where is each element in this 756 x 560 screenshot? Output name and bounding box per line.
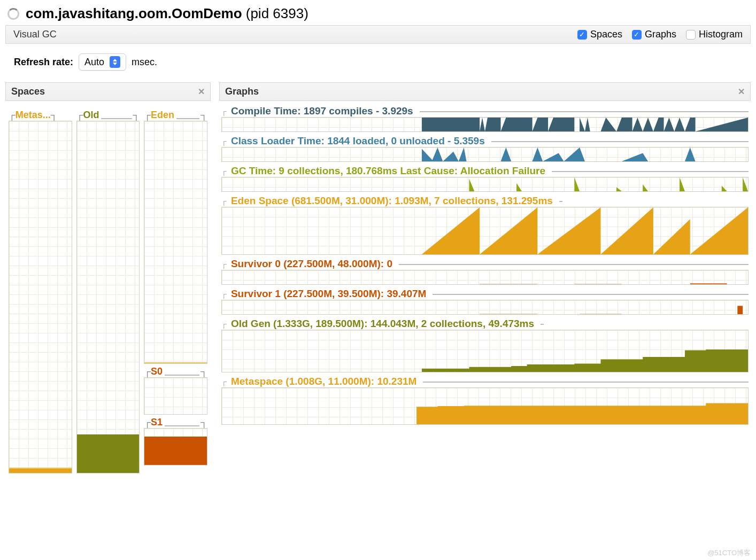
app-title-class: com.javashitang.oom.OomDemo: [26, 5, 242, 21]
refresh-rate-value: Auto: [84, 57, 104, 68]
stepper-icon[interactable]: [110, 56, 120, 68]
refresh-rate-row: Refresh rate: Auto msec.: [0, 44, 756, 77]
graph-survivor-0: ┌Survivor 0 (227.500M, 48.000M): 0: [221, 258, 749, 285]
survivor1-title: Survivor 1 (227.500M, 39.500M): 39.407M: [231, 288, 426, 300]
close-icon[interactable]: ✕: [738, 87, 745, 97]
s0-label: S0: [151, 366, 163, 377]
class-loader-chart: [221, 147, 749, 162]
graph-eden-space: ┌Eden Space (681.500M, 31.000M): 1.093M,…: [221, 195, 749, 255]
graphs-panel-header: Graphs ✕: [219, 82, 751, 101]
eden-space-chart: [144, 121, 207, 364]
toolbar: Visual GC ✓ Spaces ✓ Graphs Histogram: [5, 25, 751, 44]
graphs-panel-title: Graphs: [225, 86, 738, 97]
app-title-pid: (pid 6393): [242, 5, 308, 21]
metaspace-label: Metas...: [16, 110, 51, 121]
eden-space-chart: [221, 207, 749, 255]
checkbox-label: Spaces: [590, 29, 622, 40]
metaspace-chart: [221, 387, 749, 425]
check-icon: ✓: [577, 30, 587, 40]
s1-label: S1: [151, 417, 163, 428]
checkbox-spaces[interactable]: ✓ Spaces: [577, 29, 622, 40]
check-icon: ✓: [632, 30, 642, 40]
chevron-down-icon: [113, 63, 117, 65]
graph-old-gen: ┌Old Gen (1.333G, 189.500M): 144.043M, 2…: [221, 318, 749, 372]
checkbox-histogram[interactable]: Histogram: [686, 29, 743, 40]
checkbox-label: Histogram: [699, 29, 743, 40]
compile-time-title: Compile Time: 1897 compiles - 3.929s: [231, 105, 413, 117]
eden-label: Eden: [151, 110, 174, 121]
class-loader-title: Class Loader Time: 1844 loaded, 0 unload…: [231, 135, 485, 147]
app-title: com.javashitang.oom.OomDemo (pid 6393): [26, 5, 308, 22]
spaces-panel-header: Spaces ✕: [5, 82, 211, 101]
graph-gc-time: ┌GC Time: 9 collections, 180.768ms Last …: [221, 165, 749, 192]
old-gen-title: Old Gen (1.333G, 189.500M): 144.043M, 2 …: [231, 318, 534, 330]
panels-container: Spaces ✕ ┌Metas...┐ ┌Old┐ ┌Eden┐: [0, 77, 756, 479]
spaces-panel: Spaces ✕ ┌Metas...┐ ┌Old┐ ┌Eden┐: [5, 82, 211, 473]
graph-compile-time: ┌Compile Time: 1897 compiles - 3.929s: [221, 105, 749, 132]
checkbox-graphs[interactable]: ✓ Graphs: [632, 29, 676, 40]
svg-rect-5: [737, 306, 743, 314]
checkbox-label: Graphs: [645, 29, 676, 40]
metaspace-title: Metaspace (1.008G, 11.000M): 10.231M: [231, 376, 416, 387]
metaspace-column: ┌Metas...┐: [9, 110, 72, 473]
refresh-rate-unit: msec.: [132, 57, 157, 68]
loading-spinner-icon: [7, 8, 19, 20]
survivor1-chart: [221, 300, 749, 315]
old-label: Old: [83, 110, 99, 121]
metaspace-space-chart: [9, 121, 72, 473]
eden-space-title: Eden Space (681.500M, 31.000M): 1.093M, …: [231, 195, 553, 207]
old-fill: [77, 434, 140, 473]
spaces-panel-title: Spaces: [11, 86, 198, 97]
old-gen-column: ┌Old┐: [76, 110, 140, 473]
graph-metaspace: ┌Metaspace (1.008G, 11.000M): 10.231M: [221, 376, 749, 425]
old-gen-chart: [221, 330, 749, 372]
chevron-up-icon: [113, 59, 117, 61]
eden-fill: [144, 362, 207, 363]
window-title-row: com.javashitang.oom.OomDemo (pid 6393): [0, 0, 756, 25]
refresh-rate-select[interactable]: Auto: [79, 53, 126, 71]
s0-space-chart: [144, 377, 207, 415]
graphs-panel: Graphs ✕ ┌Compile Time: 1897 compiles - …: [219, 82, 751, 473]
close-icon[interactable]: ✕: [198, 87, 205, 97]
graph-survivor-1: ┌Survivor 1 (227.500M, 39.500M): 39.407M: [221, 288, 749, 315]
refresh-rate-label: Refresh rate:: [14, 57, 73, 68]
gc-time-title: GC Time: 9 collections, 180.768ms Last C…: [231, 165, 545, 177]
svg-rect-2: [690, 283, 727, 284]
graph-class-loader: ┌Class Loader Time: 1844 loaded, 0 unloa…: [221, 135, 749, 162]
s1-fill: [144, 437, 207, 465]
spaces-body: ┌Metas...┐ ┌Old┐ ┌Eden┐: [5, 101, 211, 473]
graphs-body: ┌Compile Time: 1897 compiles - 3.929s ┌C…: [219, 101, 751, 425]
s1-space-chart: [144, 428, 207, 465]
survivor0-title: Survivor 0 (227.500M, 48.000M): 0: [231, 258, 392, 270]
toolbar-title: Visual GC: [13, 29, 577, 40]
compile-time-chart: [221, 117, 749, 132]
eden-stack-column: ┌Eden┐ ┌S0┐ ┌S1┐: [144, 110, 207, 473]
survivor0-chart: [221, 270, 749, 285]
gc-time-chart: [221, 177, 749, 192]
old-gen-space-chart: [76, 121, 140, 473]
toolbar-checks: ✓ Spaces ✓ Graphs Histogram: [577, 29, 743, 40]
metaspace-fill: [9, 468, 72, 473]
check-icon: [686, 30, 696, 40]
